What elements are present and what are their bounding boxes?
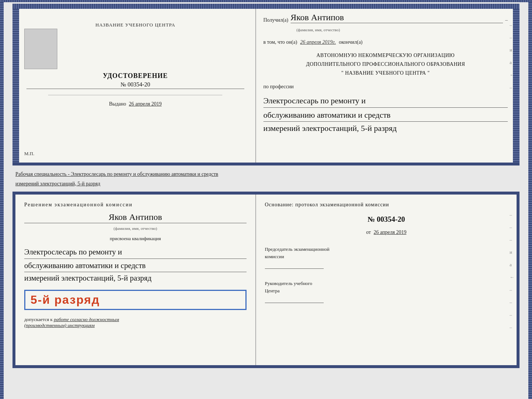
bottom-fio-label: (фамилия, имя, отчество) bbox=[24, 226, 247, 231]
predsedatel-line2: комиссии bbox=[265, 254, 284, 259]
bottom-right-panel: Основание: протокол экзаменационной коми… bbox=[256, 195, 517, 365]
dash1: – bbox=[510, 22, 514, 28]
bottom-name: Яков Антипов bbox=[24, 212, 247, 223]
side-dashes-bottom: – – – и а ← – – – – bbox=[510, 212, 514, 330]
dopuskaetsya-label: допускается к bbox=[24, 317, 53, 322]
speciality-label-block: Рабочая специальность - Электрослесарь п… bbox=[12, 168, 520, 189]
avt-line3: " НАЗВАНИЕ УЧЕБНОГО ЦЕНТРА " bbox=[263, 69, 508, 78]
avt-block: АВТОНОМНУЮ НЕКОММЕРЧЕСКУЮ ОРГАНИЗАЦИЮ ДО… bbox=[263, 51, 508, 77]
bottom-number: № 00354-20 bbox=[265, 215, 508, 224]
certificate-top: НАЗВАНИЕ УЧЕБНОГО ЦЕНТРА УДОСТОВЕРЕНИЕ №… bbox=[12, 4, 520, 165]
dash4: а bbox=[510, 60, 514, 65]
udostoverenie-title: УДОСТОВЕРЕНИЕ bbox=[26, 72, 244, 80]
udostoverenie-number: № 00354-20 bbox=[26, 81, 244, 89]
top-left-panel: НАЗВАНИЕ УЧЕБНОГО ЦЕНТРА УДОСТОВЕРЕНИЕ №… bbox=[15, 7, 256, 163]
certificate-bottom: Решением экзаменационной комиссии Яков А… bbox=[12, 192, 520, 368]
b-dash2: – bbox=[510, 224, 514, 230]
predsedatel-line1: Председатель экзаменационной bbox=[265, 246, 330, 252]
poluchil-label: Получил(а) bbox=[263, 17, 288, 23]
speciality-label-line1: Рабочая специальность - Электрослесарь п… bbox=[14, 169, 518, 179]
bottom-top-strip-decoration bbox=[0, 0, 532, 2]
dopusk-italic2: (производственным) инструкциям bbox=[24, 323, 95, 328]
qual-block: Электрослесарь по ремонту и обслуживанию… bbox=[24, 246, 247, 285]
top-right-panel: Получил(а) Яков Антипов – (фамилия, имя,… bbox=[256, 7, 517, 163]
rukovoditel-block: Руководитель учебного Центра bbox=[265, 280, 508, 303]
ot-date: 26 апреля 2019 bbox=[374, 229, 406, 235]
b-dash1: – bbox=[510, 212, 514, 218]
dopuskaetsya-block: допускается к работе согласно должностны… bbox=[24, 317, 247, 328]
qual-line3: измерений электростанций, 5-й разряд bbox=[24, 272, 247, 285]
prisvoena-text: присвоена квалификация bbox=[24, 236, 247, 242]
profession-line2: обслуживанию автоматики и средств bbox=[263, 108, 508, 122]
b-dash7: – bbox=[510, 287, 514, 293]
razryad-badge-text: 5-й разряд bbox=[30, 293, 100, 306]
speciality-label-line2: измерений электростанций, 5-й разряд bbox=[14, 179, 518, 188]
top-strip-decoration bbox=[12, 4, 520, 9]
profession-line1: Электрослесарь по ремонту и bbox=[263, 94, 508, 107]
ot-date-line: от 26 апреля 2019 bbox=[265, 229, 508, 235]
bottom-left-panel: Решением экзаменационной комиссии Яков А… bbox=[15, 195, 256, 365]
osnovanie-text: Основание: протокол экзаменационной коми… bbox=[265, 202, 508, 208]
vydano-date: 26 апреля 2019 bbox=[129, 101, 162, 107]
dash6: – bbox=[510, 85, 514, 90]
side-dashes-top: – – и а ← – bbox=[510, 22, 514, 90]
fio-label-top: (фамилия, имя, отчество) bbox=[296, 28, 508, 32]
photo-placeholder bbox=[24, 29, 57, 69]
rukovoditel-signature-line bbox=[265, 296, 324, 303]
dash-after-name: – bbox=[505, 17, 508, 23]
avt-line2: ДОПОЛНИТЕЛЬНОГО ПРОФЕССИОНАЛЬНОГО ОБРАЗО… bbox=[263, 60, 508, 69]
po-professii-label: по профессии bbox=[263, 84, 508, 90]
profession-line3: измерений электростанций, 5-й разряд bbox=[263, 122, 508, 135]
okoncil-label: окончил(а) bbox=[339, 39, 363, 45]
rukovoditel-line1: Руководитель учебного bbox=[265, 281, 312, 286]
document-wrapper: НАЗВАНИЕ УЧЕБНОГО ЦЕНТРА УДОСТОВЕРЕНИЕ №… bbox=[12, 4, 520, 368]
vydano-label: Выдано bbox=[109, 101, 126, 107]
profession-block: Электрослесарь по ремонту и обслуживанию… bbox=[263, 94, 508, 135]
predsedatel-title: Председатель экзаменационной комиссии bbox=[265, 246, 508, 260]
razryad-badge: 5-й разряд bbox=[24, 290, 247, 310]
b-dash8: – bbox=[510, 299, 514, 305]
b-dash4: и bbox=[510, 249, 514, 255]
b-dash3: – bbox=[510, 237, 514, 243]
b-dash6: ← bbox=[510, 274, 514, 280]
qual-line1: Электрослесарь по ремонту и bbox=[24, 246, 247, 259]
qual-line2: обслуживанию автоматики и средств bbox=[24, 260, 247, 272]
divider-line bbox=[48, 95, 222, 95]
vydano-line: Выдано 26 апреля 2019 bbox=[26, 97, 244, 107]
avt-line1: АВТОНОМНУЮ НЕКОММЕРЧЕСКУЮ ОРГАНИЗАЦИЮ bbox=[263, 51, 508, 60]
mp-label: М.П. bbox=[24, 151, 34, 157]
b-dash9: – bbox=[510, 312, 514, 318]
center-name-label: НАЗВАНИЕ УЧЕБНОГО ЦЕНТРА bbox=[26, 21, 244, 29]
b-dash10: – bbox=[510, 324, 514, 330]
dopusk-italic1: работе согласно должностным bbox=[54, 317, 119, 322]
resheniem-text: Решением экзаменационной комиссии bbox=[24, 202, 247, 208]
rukovoditel-line2: Центра bbox=[265, 288, 280, 293]
dash2: – bbox=[510, 35, 514, 40]
dash5: ← bbox=[510, 72, 514, 78]
recipient-name: Яков Антипов bbox=[291, 13, 503, 23]
rukovoditel-title: Руководитель учебного Центра bbox=[265, 280, 508, 294]
vtom-date: 26 апреля 2019г. bbox=[300, 39, 336, 45]
predsedatel-signature-line bbox=[265, 261, 324, 269]
predsedatel-block: Председатель экзаменационной комиссии bbox=[265, 246, 508, 269]
vtom-label: в том, что он(а) bbox=[263, 39, 297, 45]
dash3: и bbox=[510, 47, 514, 53]
b-dash5: а bbox=[510, 262, 514, 268]
ot-label: от bbox=[366, 229, 371, 235]
